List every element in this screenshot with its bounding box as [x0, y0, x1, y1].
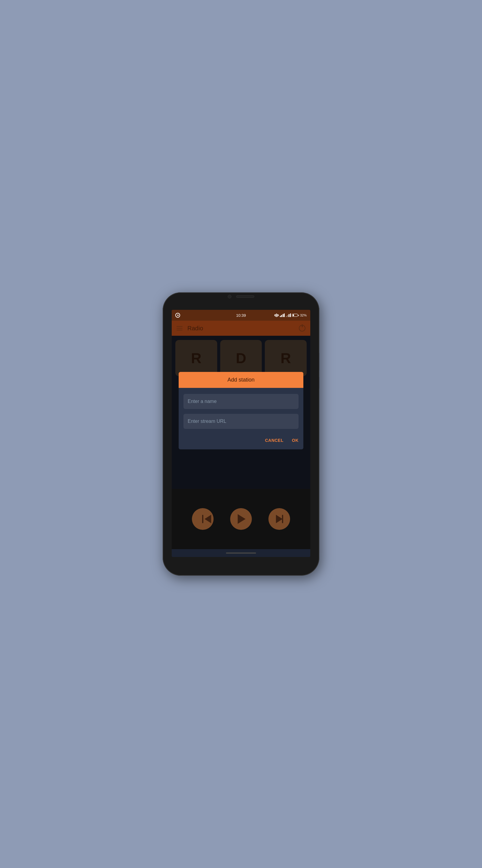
play-icon [238, 514, 246, 524]
power-icon[interactable] [299, 325, 306, 332]
vibrate-icon [275, 313, 279, 317]
phone-notch [163, 295, 319, 299]
home-bar [226, 553, 256, 554]
home-indicator [172, 549, 310, 557]
add-station-dialog: Add station CANCEL OK [179, 372, 303, 450]
bottom-controls [172, 489, 310, 549]
play-button[interactable] [230, 508, 252, 530]
power-button-side [319, 377, 319, 389]
front-camera [228, 295, 231, 299]
status-left-icons [175, 313, 180, 318]
next-icon [276, 515, 283, 523]
modal-overlay: Add station CANCEL OK [172, 336, 310, 489]
modal-actions: CANCEL OK [179, 434, 303, 450]
status-time: 10:39 [236, 313, 246, 318]
hamburger-menu-icon[interactable] [176, 326, 183, 330]
phone-screen: 10:39 [172, 310, 310, 557]
content-area: R D R Add station [172, 336, 310, 489]
cancel-button[interactable]: CANCEL [264, 436, 285, 444]
phone-device: 10:39 [163, 292, 319, 576]
phone-speaker [236, 296, 254, 298]
prev-button[interactable] [192, 508, 214, 530]
ok-button[interactable]: OK [291, 436, 300, 444]
signal-icon [286, 313, 291, 317]
next-button[interactable] [268, 508, 290, 530]
modal-body [179, 388, 303, 434]
stream-url-input[interactable] [184, 414, 298, 429]
volume-button [319, 352, 319, 371]
status-bar: 10:39 [172, 310, 310, 321]
media-playing-icon [175, 313, 180, 318]
battery-percent: 32% [300, 313, 307, 317]
modal-title: Add station [227, 377, 255, 383]
station-name-input[interactable] [184, 394, 298, 409]
app-bar: Radio [172, 321, 310, 336]
modal-title-bar: Add station [179, 372, 303, 388]
app-title: Radio [187, 325, 299, 332]
wifi-icon [280, 313, 285, 317]
battery-icon [292, 314, 299, 317]
status-right-icons: 32% [275, 313, 307, 317]
